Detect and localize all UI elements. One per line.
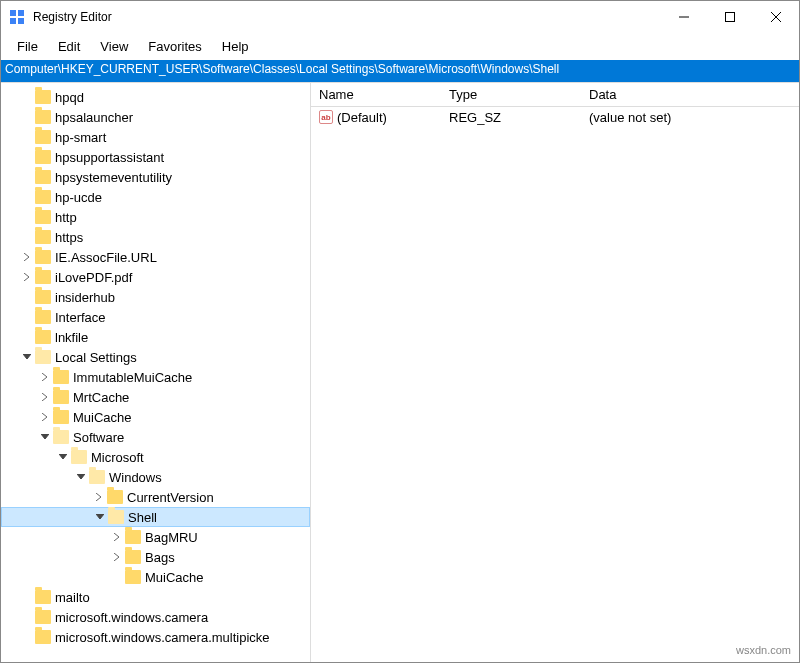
tree-item-label: microsoft.windows.camera [55,610,208,625]
window-title: Registry Editor [33,10,661,24]
tree-item-label: Microsoft [91,450,144,465]
tree-item-label: MrtCache [73,390,129,405]
folder-icon [35,270,51,284]
titlebar[interactable]: Registry Editor [1,1,799,33]
folder-icon [53,410,69,424]
expand-icon[interactable] [37,372,53,383]
tree-item[interactable]: insiderhub [1,287,310,307]
tree-item[interactable]: hpsystemeventutility [1,167,310,187]
tree-item-label: hpsupportassistant [55,150,164,165]
list-header: Name Type Data [311,83,799,107]
tree-item-label: Bags [145,550,175,565]
collapse-icon[interactable] [19,352,35,363]
column-name[interactable]: Name [311,87,441,102]
menu-help[interactable]: Help [212,35,259,58]
folder-icon [35,590,51,604]
tree-item[interactable]: MrtCache [1,387,310,407]
tree-item-label: Windows [109,470,162,485]
tree-item[interactable]: Windows [1,467,310,487]
tree-item[interactable]: microsoft.windows.camera [1,607,310,627]
tree-item-label: Software [73,430,124,445]
tree-item[interactable]: MuiCache [1,567,310,587]
tree-item[interactable]: Interface [1,307,310,327]
column-type[interactable]: Type [441,87,581,102]
menu-file[interactable]: File [7,35,48,58]
svg-rect-3 [18,18,24,24]
expand-icon[interactable] [37,412,53,423]
svg-rect-5 [726,13,735,22]
maximize-button[interactable] [707,1,753,33]
menu-edit[interactable]: Edit [48,35,90,58]
collapse-icon[interactable] [92,512,108,523]
folder-icon [35,250,51,264]
expand-icon[interactable] [37,392,53,403]
value-name: (Default) [337,110,387,125]
tree-item-label: microsoft.windows.camera.multipicke [55,630,270,645]
close-button[interactable] [753,1,799,33]
folder-icon [125,570,141,584]
svg-rect-0 [10,10,16,16]
tree-item[interactable]: Shell [1,507,310,527]
tree-item[interactable]: ImmutableMuiCache [1,367,310,387]
tree-item[interactable]: hpqd [1,87,310,107]
minimize-button[interactable] [661,1,707,33]
folder-icon [35,110,51,124]
svg-rect-2 [10,18,16,24]
tree-item[interactable]: Bags [1,547,310,567]
tree-item-label: hpsystemeventutility [55,170,172,185]
tree-item-label: hp-ucde [55,190,102,205]
tree-item[interactable]: microsoft.windows.camera.multipicke [1,627,310,647]
tree-item[interactable]: http [1,207,310,227]
value-data: (value not set) [581,110,799,125]
folder-icon [35,630,51,644]
tree-item-label: iLovePDF.pdf [55,270,132,285]
expand-icon[interactable] [109,552,125,563]
folder-icon [89,470,105,484]
tree-item[interactable]: MuiCache [1,407,310,427]
tree-item[interactable]: IE.AssocFile.URL [1,247,310,267]
tree-item[interactable]: hp-ucde [1,187,310,207]
tree-item[interactable]: mailto [1,587,310,607]
tree-item-label: https [55,230,83,245]
list-pane[interactable]: Name Type Data ab (Default) REG_SZ (valu… [311,83,799,662]
address-bar[interactable]: Computer\HKEY_CURRENT_USER\Software\Clas… [1,60,799,82]
tree-item[interactable]: https [1,227,310,247]
tree-item-label: hp-smart [55,130,106,145]
folder-icon [35,330,51,344]
expand-icon[interactable] [109,532,125,543]
folder-icon [125,550,141,564]
tree-pane[interactable]: hpqdhpsalauncherhp-smarthpsupportassista… [1,83,311,662]
tree-item-label: CurrentVersion [127,490,214,505]
expand-icon[interactable] [19,272,35,283]
tree-item[interactable]: BagMRU [1,527,310,547]
list-row[interactable]: ab (Default) REG_SZ (value not set) [311,107,799,127]
tree-item-label: MuiCache [145,570,204,585]
tree-item-label: hpqd [55,90,84,105]
folder-icon [35,290,51,304]
tree-item[interactable]: Local Settings [1,347,310,367]
collapse-icon[interactable] [73,472,89,483]
expand-icon[interactable] [91,492,107,503]
tree-item-label: IE.AssocFile.URL [55,250,157,265]
column-data[interactable]: Data [581,87,799,102]
tree-item-label: BagMRU [145,530,198,545]
tree-item[interactable]: CurrentVersion [1,487,310,507]
tree-item[interactable]: iLovePDF.pdf [1,267,310,287]
menu-favorites[interactable]: Favorites [138,35,211,58]
folder-icon [35,350,51,364]
tree-item[interactable]: hpsupportassistant [1,147,310,167]
svg-rect-1 [18,10,24,16]
folder-icon [35,150,51,164]
tree-item[interactable]: Microsoft [1,447,310,467]
tree-item[interactable]: lnkfile [1,327,310,347]
collapse-icon[interactable] [55,452,71,463]
menu-view[interactable]: View [90,35,138,58]
tree-item[interactable]: Software [1,427,310,447]
expand-icon[interactable] [19,252,35,263]
tree-item-label: Interface [55,310,106,325]
folder-icon [53,390,69,404]
tree-item[interactable]: hp-smart [1,127,310,147]
collapse-icon[interactable] [37,432,53,443]
tree-item[interactable]: hpsalauncher [1,107,310,127]
tree-item-label: Local Settings [55,350,137,365]
